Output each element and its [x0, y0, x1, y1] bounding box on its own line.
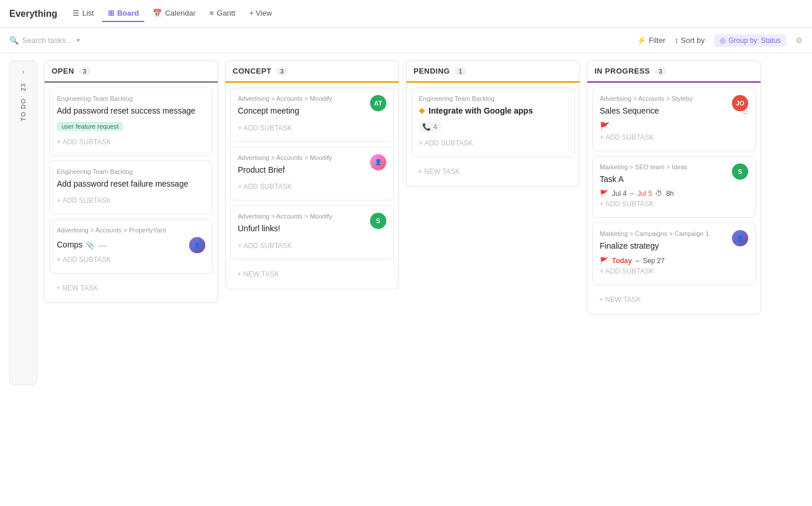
comps-title-row: Comps 📎 — 👤: [57, 237, 205, 253]
nav-view[interactable]: + View: [244, 5, 278, 22]
column-body-concept: Advertising > Accounts > Moodify Concept…: [225, 83, 399, 289]
col-title-pending: PENDING: [414, 67, 450, 75]
app-title: Everything: [9, 9, 57, 19]
search-icon: 🔍: [9, 36, 19, 45]
task-card[interactable]: Engineering Team Backlog Add password re…: [49, 88, 213, 156]
add-subtask-button[interactable]: + ADD SUBTASK: [57, 136, 205, 148]
col-count-inprogress: 3: [655, 67, 666, 75]
column-pending: PENDING 1 Engineering Team Backlog ◆ Int…: [406, 60, 580, 187]
add-subtask-button[interactable]: + ADD SUBTASK: [600, 131, 748, 144]
toolbar-right: ⚡ Filter ↕ Sort by ◎ Group by: Status ⚙: [637, 34, 803, 47]
expand-icon: ›: [22, 68, 24, 76]
task-title: Finalize strategy: [600, 241, 748, 252]
top-nav: Everything ☰ List ⊞ Board 📅 Calendar ≡ G…: [0, 0, 812, 28]
task-card[interactable]: Marketing > SEO team > Ideas Task A S 🚩 …: [592, 156, 756, 219]
column-body-pending: Engineering Team Backlog ◆ Integrate wit…: [406, 83, 580, 187]
task-title: Concept meeting: [238, 105, 386, 117]
column-header-open: OPEN 3: [44, 60, 218, 83]
task-breadcrumb: Advertising > Accounts > Moodify: [238, 95, 386, 102]
task-breadcrumb: Engineering Team Backlog: [419, 95, 567, 102]
add-subtask-button[interactable]: + ADD SUBTASK: [600, 265, 748, 278]
task-card[interactable]: Marketing > Campaigns > Campaign 1 Final…: [592, 223, 756, 285]
task-title: Unfurl links!: [238, 223, 386, 235]
paperclip-icon: 📎: [86, 241, 95, 249]
task-card[interactable]: Engineering Team Backlog ◆ Integrate wit…: [411, 88, 575, 157]
sort-icon: ↕: [675, 36, 679, 45]
column-body-inprogress: Advertising > Accounts > Styleby Sales S…: [587, 83, 761, 315]
calendar-icon: 📅: [153, 9, 162, 17]
new-task-button[interactable]: + NEW TASK: [49, 278, 213, 298]
date-end: Jul 5: [637, 190, 652, 198]
task-card[interactable]: Advertising > Accounts > Styleby Sales S…: [592, 88, 756, 151]
nav-board[interactable]: ⊞ Board: [102, 5, 145, 22]
add-subtask-button[interactable]: + ADD SUBTASK: [57, 253, 205, 266]
task-card[interactable]: Engineering Team Backlog Add password re…: [49, 161, 213, 215]
phone-badge: 📞 4: [419, 122, 441, 132]
new-task-button[interactable]: + NEW TASK: [230, 264, 394, 284]
task-breadcrumb: Advertising > Accounts > Moodify: [238, 154, 386, 161]
clock-icon: ⏱: [655, 190, 662, 198]
sort-button[interactable]: ↕ Sort by: [675, 36, 705, 45]
flag-icon: 🚩: [600, 257, 608, 265]
column-concept: CONCEPT 3 Advertising > Accounts > Moodi…: [225, 60, 399, 289]
add-subtask-button[interactable]: + ADD SUBTASK: [419, 137, 567, 150]
task-card[interactable]: Advertising > Accounts > Moodify Product…: [230, 147, 394, 201]
task-card[interactable]: Advertising > Accounts > Moodify Concept…: [230, 88, 394, 142]
add-subtask-button[interactable]: + ADD SUBTASK: [238, 122, 386, 134]
add-subtask-button[interactable]: + ADD SUBTASK: [238, 180, 386, 193]
phone-icon: 📞: [422, 123, 431, 131]
add-subtask-button[interactable]: + ADD SUBTASK: [57, 194, 205, 207]
task-breadcrumb: Engineering Team Backlog: [57, 95, 205, 102]
avatar: 👤: [732, 230, 748, 246]
group-by-button[interactable]: ◎ Group by: Status: [714, 34, 786, 47]
nav-gantt[interactable]: ≡ Gantt: [204, 5, 241, 22]
task-breadcrumb: Advertising > Accounts > PropertyYard: [57, 227, 205, 234]
date-row: 🚩 Today – Sep 27: [600, 257, 748, 265]
avatar: S: [370, 213, 386, 229]
add-subtask-button[interactable]: + ADD SUBTASK: [238, 239, 386, 252]
task-title: Comps: [57, 239, 82, 251]
flag-icon: 🚩: [600, 190, 608, 198]
task-breadcrumb: Marketing > Campaigns > Campaign 1: [600, 230, 748, 237]
column-open: OPEN 3 Engineering Team Backlog Add pass…: [44, 60, 218, 303]
add-subtask-button[interactable]: + ADD SUBTASK: [600, 198, 748, 210]
date-end: Sep 27: [643, 257, 665, 265]
priority-icon: ◆: [419, 105, 425, 115]
nav-list[interactable]: ☰ List: [67, 5, 100, 22]
task-breadcrumb: Engineering Team Backlog: [57, 168, 205, 175]
filter-button[interactable]: ⚡ Filter: [637, 36, 665, 45]
avatar: JO: [732, 95, 748, 111]
avatar: 👤: [370, 154, 386, 170]
new-task-button[interactable]: + NEW TASK: [592, 290, 756, 310]
search-wrapper[interactable]: 🔍 Search tasks... ▼: [9, 36, 81, 45]
collapsed-column[interactable]: › TO DO 23: [9, 60, 37, 385]
date-duration: 8h: [666, 190, 673, 198]
task-title: Add password reset success message: [57, 105, 205, 117]
nav-calendar[interactable]: 📅 Calendar: [147, 5, 201, 22]
col-title-inprogress: IN PROGRESS: [594, 67, 650, 75]
date-row: 🚩 Jul 4 – Jul 5 ⏱ 8h: [600, 190, 748, 198]
task-card[interactable]: Advertising > Accounts > PropertyYard Co…: [49, 219, 213, 274]
task-title: Sales Sequence: [600, 105, 738, 117]
gantt-icon: ≡: [209, 9, 214, 17]
task-card[interactable]: Advertising > Accounts > Moodify Unfurl …: [230, 205, 394, 260]
task-tag: user feature request: [57, 122, 123, 131]
col-title-open: OPEN: [52, 67, 74, 75]
flag-icon: 🚩: [600, 122, 610, 131]
task-title: Product Brief: [238, 165, 386, 176]
col-count-concept: 3: [276, 67, 288, 75]
avatar: 👤: [189, 237, 205, 253]
minus-icon: —: [98, 241, 106, 250]
search-placeholder: Search tasks...: [22, 36, 72, 45]
task-breadcrumb: Advertising > Accounts > Moodify: [238, 213, 386, 220]
filter-icon: ⚡: [637, 36, 646, 45]
column-header-concept: CONCEPT 3: [225, 60, 399, 83]
settings-icon[interactable]: ⚙: [796, 36, 803, 45]
search-left: 🔍 Search tasks... ▼: [9, 36, 632, 45]
column-inprogress: IN PROGRESS 3 Advertising > Accounts > S…: [587, 60, 761, 315]
col-count-open: 3: [79, 67, 90, 75]
new-task-button[interactable]: + NEW TASK: [411, 162, 575, 181]
collapsed-label: TO DO 23: [20, 83, 27, 121]
date-start: Today: [612, 257, 632, 265]
avatar: AT: [370, 95, 386, 111]
